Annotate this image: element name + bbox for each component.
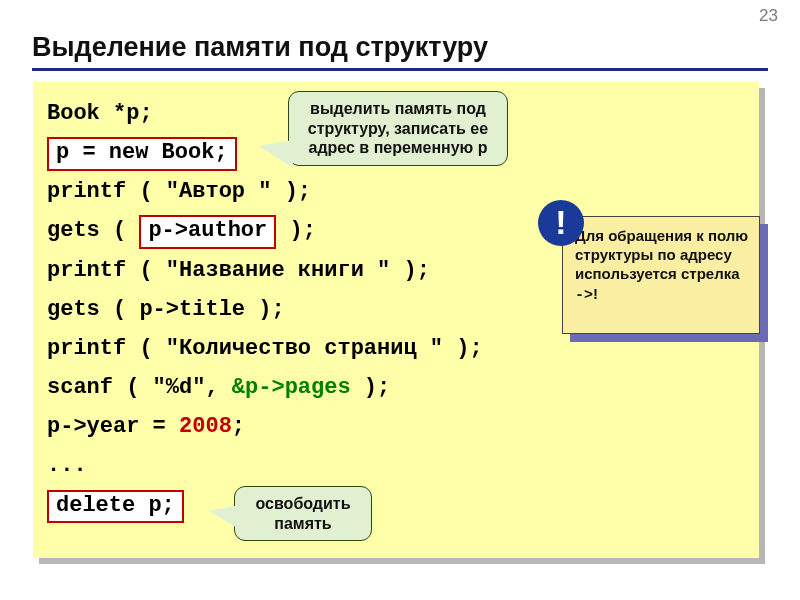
- code-line: delete p;: [47, 486, 745, 525]
- number-literal: 2008: [179, 414, 232, 439]
- title-underline: [32, 68, 768, 71]
- page-number: 23: [759, 6, 778, 26]
- callout-text: освободить память: [256, 495, 351, 532]
- callout-allocate: выделить память под структуру, записать …: [288, 91, 508, 166]
- code-line: ...: [47, 446, 745, 485]
- arrow-operator: ->: [575, 287, 593, 304]
- note-text: !: [593, 285, 598, 302]
- highlight-new: p = new Book;: [47, 137, 237, 171]
- highlight-author: p->author: [139, 215, 276, 249]
- code-line: printf ( "Автор " );: [47, 172, 745, 211]
- code-line: scanf ( "%d", &p->pages );: [47, 368, 745, 407]
- address-of: &p->pages: [232, 375, 351, 400]
- callout-free: освободить память: [234, 486, 372, 541]
- slide-title: Выделение памяти под структуру: [32, 32, 488, 63]
- note-text: Для обращения к полю структуры по адресу…: [575, 227, 748, 282]
- slide: 23 Выделение памяти под структуру Book *…: [0, 0, 800, 600]
- callout-text: выделить память под структуру, записать …: [308, 100, 488, 156]
- highlight-delete: delete p;: [47, 490, 184, 524]
- exclamation-icon: !: [538, 200, 584, 246]
- code-line: p->year = 2008;: [47, 407, 745, 446]
- note-box: Для обращения к полю структуры по адресу…: [562, 216, 760, 334]
